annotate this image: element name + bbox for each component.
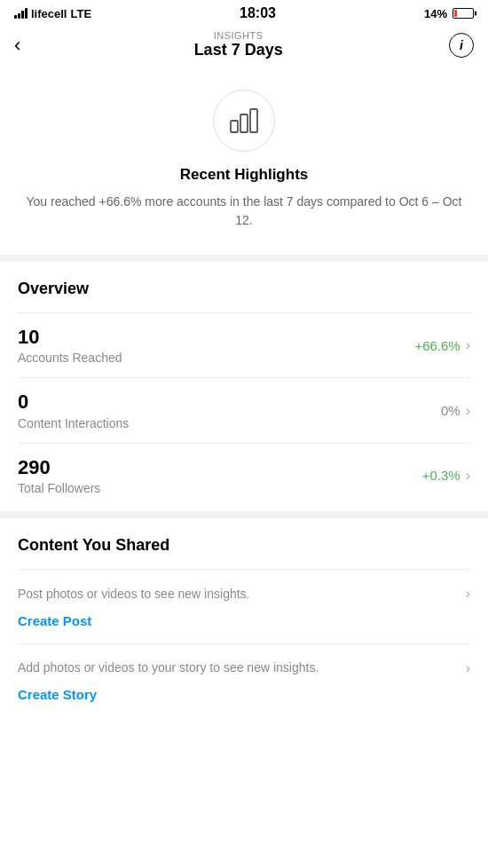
chart-icon-circle	[213, 90, 275, 152]
create-story-description: Add photos or videos to your story to se…	[18, 659, 466, 677]
chevron-right-icon: ›	[466, 468, 470, 484]
overview-section: Overview 10 Accounts Reached +66.6% › 0 …	[0, 262, 488, 518]
total-followers-change: +0.3%	[422, 468, 460, 483]
highlights-title: Recent Highlights	[21, 166, 467, 184]
chevron-right-icon: ›	[466, 659, 470, 678]
content-interactions-change: 0%	[441, 403, 460, 418]
chevron-right-icon: ›	[466, 584, 470, 604]
svg-rect-1	[240, 114, 248, 132]
accounts-reached-label: Accounts Reached	[18, 351, 122, 365]
total-followers-value: 290	[18, 456, 100, 479]
carrier-name: lifecell	[31, 7, 67, 20]
back-button[interactable]: ‹	[14, 32, 28, 59]
page-title: Last 7 Days	[194, 41, 283, 59]
battery-icon	[453, 8, 474, 19]
accounts-reached-change: +66.6%	[414, 338, 460, 353]
chevron-right-icon: ›	[466, 403, 470, 419]
status-carrier: lifecell LTE	[14, 7, 91, 20]
metric-row-content-interactions[interactable]: 0 Content Interactions 0% ›	[18, 377, 470, 442]
content-shared-section: Content You Shared Post photos or videos…	[0, 518, 488, 717]
chevron-right-icon: ›	[466, 337, 470, 353]
highlights-description: You reached +66.6% more accounts in the …	[21, 193, 467, 230]
signal-icon	[14, 8, 28, 19]
info-button[interactable]: i	[449, 33, 474, 58]
status-bar: lifecell LTE 18:03 14%	[0, 0, 488, 25]
accounts-reached-value: 10	[18, 326, 122, 349]
content-shared-title: Content You Shared	[18, 536, 470, 555]
status-time: 18:03	[240, 5, 276, 21]
svg-rect-2	[250, 109, 257, 132]
insights-label: INSIGHTS	[194, 30, 283, 41]
create-story-link[interactable]: Create Story	[18, 687, 97, 702]
battery-percent: 14%	[424, 7, 447, 20]
network-type: LTE	[70, 7, 91, 20]
nav-title-block: INSIGHTS Last 7 Days	[194, 30, 283, 59]
create-post-item: Post photos or videos to see new insight…	[18, 569, 470, 643]
create-post-link[interactable]: Create Post	[18, 613, 91, 628]
content-interactions-label: Content Interactions	[18, 416, 129, 430]
svg-rect-0	[231, 121, 238, 132]
create-post-description: Post photos or videos to see new insight…	[18, 586, 466, 604]
overview-title: Overview	[18, 280, 470, 298]
metric-row-total-followers[interactable]: 290 Total Followers +0.3% ›	[18, 443, 470, 508]
create-story-item: Add photos or videos to your story to se…	[18, 643, 470, 717]
highlights-section: Recent Highlights You reached +66.6% mor…	[0, 68, 488, 262]
metric-row-accounts-reached[interactable]: 10 Accounts Reached +66.6% ›	[18, 312, 470, 377]
total-followers-label: Total Followers	[18, 481, 100, 495]
content-interactions-value: 0	[18, 391, 129, 414]
nav-header: ‹ INSIGHTS Last 7 Days i	[0, 25, 488, 68]
chart-bars-icon	[230, 108, 258, 133]
status-battery: 14%	[424, 7, 474, 20]
